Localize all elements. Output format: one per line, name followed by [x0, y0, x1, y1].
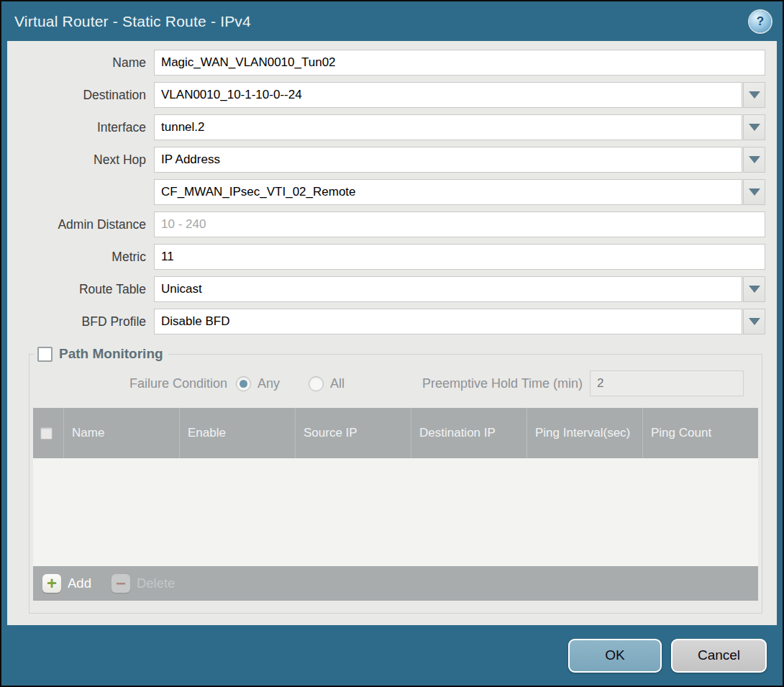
- next-hop-dropdown-button[interactable]: [743, 147, 765, 173]
- failure-condition-any-radio[interactable]: [236, 376, 251, 391]
- help-icon[interactable]: ?: [749, 11, 771, 32]
- route-table-input[interactable]: [154, 276, 742, 302]
- admin-distance-input[interactable]: [154, 211, 765, 237]
- dialog-titlebar: Virtual Router - Static Route - IPv4 ?: [1, 1, 783, 41]
- path-monitoring-section: Path Monitoring Failure Condition Any Al…: [29, 346, 762, 614]
- path-monitoring-title: Path Monitoring: [59, 346, 163, 362]
- next-hop-row: Next Hop: [16, 147, 765, 173]
- column-header-source-ip[interactable]: Source IP: [295, 408, 411, 458]
- next-hop-type-input[interactable]: [154, 147, 742, 173]
- destination-label: Destination: [16, 88, 154, 103]
- failure-condition-row: Failure Condition Any All Preemptive Hol…: [33, 370, 758, 396]
- interface-input[interactable]: [154, 114, 742, 140]
- dialog-title: Virtual Router - Static Route - IPv4: [14, 13, 749, 30]
- dialog-body: Name Destination Interface: [7, 41, 777, 625]
- select-all-checkbox[interactable]: [40, 427, 53, 440]
- delete-button-label: Delete: [137, 575, 175, 591]
- name-input[interactable]: [154, 50, 765, 76]
- admin-distance-row: Admin Distance: [16, 211, 765, 237]
- next-hop-address-row: [16, 179, 765, 205]
- path-monitoring-legend: Path Monitoring: [35, 346, 168, 362]
- name-label: Name: [16, 55, 154, 70]
- bfd-profile-input[interactable]: [154, 309, 742, 335]
- failure-condition-label: Failure Condition: [129, 376, 227, 391]
- metric-label: Metric: [16, 250, 154, 265]
- bfd-profile-row: BFD Profile: [16, 309, 765, 335]
- bfd-profile-dropdown-button[interactable]: [743, 309, 765, 335]
- next-hop-label: Next Hop: [16, 153, 154, 168]
- interface-label: Interface: [16, 120, 154, 135]
- dialog-footer: OK Cancel: [1, 625, 783, 686]
- chevron-down-icon: [749, 156, 760, 163]
- destination-dropdown-button[interactable]: [743, 82, 765, 108]
- help-glyph: ?: [757, 14, 764, 29]
- table-body-empty: [33, 458, 758, 566]
- metric-input[interactable]: [154, 244, 765, 270]
- path-monitoring-checkbox[interactable]: [37, 347, 53, 362]
- add-button[interactable]: + Add: [42, 574, 91, 593]
- failure-condition-all-radio[interactable]: [309, 376, 324, 391]
- ok-button[interactable]: OK: [568, 639, 662, 673]
- column-header-ping-interval[interactable]: Ping Interval(sec): [527, 408, 642, 458]
- chevron-down-icon: [749, 91, 760, 99]
- next-hop-address-dropdown-button[interactable]: [743, 179, 765, 205]
- interface-row: Interface: [16, 114, 765, 140]
- bfd-profile-label: BFD Profile: [16, 314, 154, 329]
- cancel-button[interactable]: Cancel: [671, 639, 767, 673]
- path-monitoring-table: Name Enable Source IP Destination IP Pin…: [33, 408, 758, 601]
- table-toolbar: + Add − Delete: [33, 566, 758, 601]
- chevron-down-icon: [749, 188, 760, 196]
- failure-condition-all-label: All: [330, 376, 345, 391]
- table-header-select-cell: [33, 408, 63, 458]
- admin-distance-label: Admin Distance: [16, 217, 154, 232]
- column-header-enable[interactable]: Enable: [179, 408, 295, 458]
- route-table-row: Route Table: [16, 276, 765, 302]
- delete-button[interactable]: − Delete: [111, 574, 175, 593]
- column-header-name[interactable]: Name: [63, 408, 179, 458]
- minus-icon: −: [111, 574, 130, 593]
- add-button-label: Add: [68, 575, 91, 591]
- column-header-ping-count[interactable]: Ping Count: [642, 408, 758, 458]
- route-table-label: Route Table: [16, 282, 154, 297]
- destination-input[interactable]: [154, 82, 742, 108]
- chevron-down-icon: [749, 318, 760, 325]
- chevron-down-icon: [749, 124, 760, 131]
- next-hop-address-input[interactable]: [154, 179, 742, 205]
- chevron-down-icon: [749, 286, 760, 293]
- preemptive-hold-time-input[interactable]: [590, 370, 744, 396]
- failure-condition-any-label: Any: [257, 376, 280, 391]
- preemptive-hold-time-label: Preemptive Hold Time (min): [422, 376, 583, 391]
- route-table-dropdown-button[interactable]: [743, 276, 765, 302]
- metric-row: Metric: [16, 244, 765, 270]
- table-header-row: Name Enable Source IP Destination IP Pin…: [33, 408, 758, 458]
- plus-icon: +: [42, 574, 61, 593]
- name-row: Name: [16, 50, 765, 76]
- static-route-dialog: Virtual Router - Static Route - IPv4 ? N…: [0, 0, 784, 687]
- column-header-destination-ip[interactable]: Destination IP: [411, 408, 527, 458]
- interface-dropdown-button[interactable]: [743, 114, 765, 140]
- destination-row: Destination: [16, 82, 765, 108]
